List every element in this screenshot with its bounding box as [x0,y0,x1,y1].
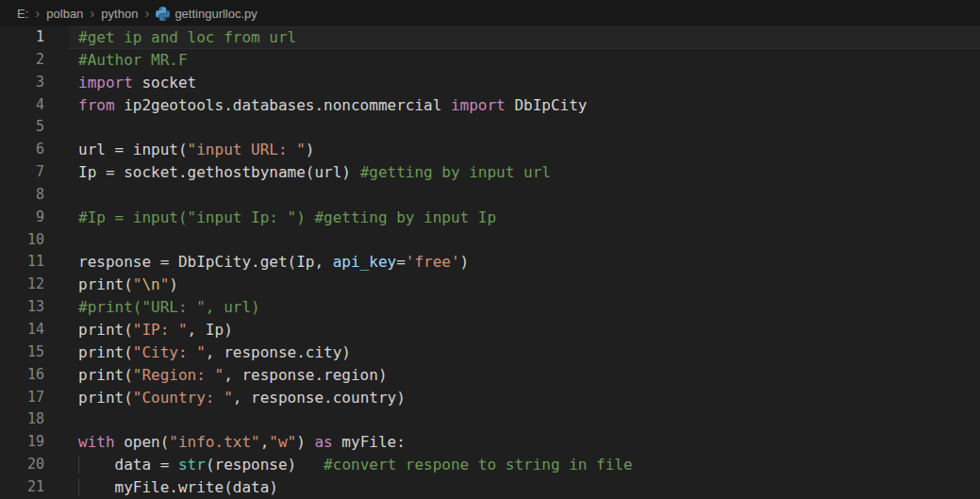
code-line[interactable]: 20 data = str(response) #convert respone… [0,454,980,476]
token-com: #get ip and loc from url [78,28,296,46]
token-pln: Ip = socket.gethostbyname(url) [78,163,360,181]
line-number: 10 [0,229,44,252]
code-line[interactable]: 7Ip = socket.gethostbyname(url) #getting… [0,161,980,184]
token-str: 'free' [406,253,460,271]
token-pln: url = input( [78,141,188,158]
code-text: response = DbIpCity.get(Ip, api_key='fre… [69,251,980,274]
token-pln: ) [306,141,315,158]
token-pln: , Ip) [188,321,233,339]
code-text: myFile.write(data) [69,476,980,499]
line-number: 15 [0,341,44,364]
code-line[interactable]: 11response = DbIpCity.get(Ip, api_key='f… [0,251,980,274]
token-pln: open( [115,433,170,451]
line-number: 5 [0,116,44,139]
code-text: print("City: ", response.city) [69,341,980,364]
token-com: #convert respone to string in file [324,456,633,474]
line-number: 8 [0,184,44,207]
token-com: #Ip = input("input Ip: ") #getting by in… [78,208,496,226]
code-line[interactable]: 4from ip2geotools.databases.noncommercia… [0,94,980,117]
token-kw: import [78,74,133,91]
code-line[interactable]: 3import socket [0,72,980,94]
code-text: Ip = socket.gethostbyname(url) #getting … [69,161,980,184]
editor[interactable]: 1#get ip and loc from url2#Author MR.F3i… [0,26,980,499]
code-text [69,408,980,431]
token-com: #getting by input url [360,163,551,181]
breadcrumb-item-file[interactable]: gettingurlloc.py [156,7,257,21]
token-pln: print( [78,321,133,339]
token-pln: (response) [206,456,324,474]
code-line[interactable]: 16print("Region: ", response.region) [0,364,980,387]
code-line[interactable]: 13#print("URL: ", url) [0,296,980,319]
code-line[interactable]: 5 [0,116,980,139]
chevron-right-icon: › [35,6,40,20]
code-line[interactable]: 2#Author MR.F [0,49,980,72]
line-number: 1 [0,26,44,49]
python-icon [156,7,170,21]
code-line[interactable]: 14print("IP: ", Ip) [0,319,980,341]
code-text: #Ip = input("input Ip: ") #getting by in… [69,207,980,229]
code-text: with open("info.txt","w") as myFile: [69,431,980,454]
code-text: print("Region: ", response.region) [69,364,980,387]
line-number: 12 [0,274,44,296]
line-number: 17 [0,387,44,409]
token-pln: , response.city) [206,343,351,361]
token-ind [78,456,115,474]
breadcrumb-item-folder[interactable]: polban [46,7,83,21]
token-pln: , [260,433,270,451]
token-prm: api_key [333,253,396,271]
line-number: 11 [0,251,44,274]
code-text [69,116,980,139]
line-number: 13 [0,296,44,319]
token-com: #Author MR.F [78,51,188,69]
code-text: url = input("input URL: ") [69,139,980,161]
code-text [69,229,980,252]
token-str: " [133,275,142,293]
token-pln: ) [169,275,178,293]
token-str: "City: " [133,343,206,361]
token-pln: myFile.write(data) [115,478,278,496]
line-number: 6 [0,139,44,161]
code-line[interactable]: 19with open("info.txt","w") as myFile: [0,431,980,454]
code-line[interactable]: 9#Ip = input("input Ip: ") #getting by i… [0,207,980,229]
code-line[interactable]: 12print("\n") [0,274,980,296]
code-line[interactable]: 8 [0,184,980,207]
code-text: #Author MR.F [69,49,980,72]
code-line[interactable]: 21 myFile.write(data) [0,476,980,499]
code-text: print("Country: ", response.country) [69,387,980,409]
code-text: #print("URL: ", url) [69,296,980,319]
line-number: 7 [0,161,44,184]
code-line[interactable]: 10 [0,229,980,252]
chevron-right-icon: › [144,6,149,20]
token-pln: DbIpCity [506,96,588,114]
chevron-right-icon: › [90,6,94,20]
code-text: import socket [69,72,980,94]
token-str: "input URL: " [188,141,306,158]
code-line[interactable]: 18 [0,408,980,431]
line-number: 4 [0,94,44,117]
code-line[interactable]: 15print("City: ", response.city) [0,341,980,364]
code-line[interactable]: 1#get ip and loc from url [0,26,980,49]
line-number: 16 [0,364,44,387]
code-text: from ip2geotools.databases.noncommercial… [69,94,980,117]
token-bi: str [178,456,206,474]
line-number: 20 [0,454,44,476]
token-pln: response = DbIpCity.get(Ip, [78,253,333,271]
token-pln: ) [460,253,470,271]
code-line[interactable]: 6url = input("input URL: ") [0,139,980,161]
line-number: 18 [0,408,44,431]
token-pln: data = [115,456,178,474]
token-pln: print( [78,389,133,407]
token-kw: with [78,433,115,451]
token-kw: from [78,96,115,114]
code-text: #get ip and loc from url [69,26,980,49]
code-line[interactable]: 17print("Country: ", response.country) [0,387,980,409]
code-text: print("\n") [69,274,980,296]
token-str: "Country: " [133,389,233,407]
code-text [69,184,980,207]
token-ind [78,478,115,496]
token-str: "Region: " [133,366,224,384]
breadcrumb-item-folder[interactable]: python [101,7,138,21]
code-text: data = str(response) #convert respone to… [69,454,980,476]
breadcrumb-item-drive[interactable]: E: [17,7,28,21]
line-number: 21 [0,476,44,499]
